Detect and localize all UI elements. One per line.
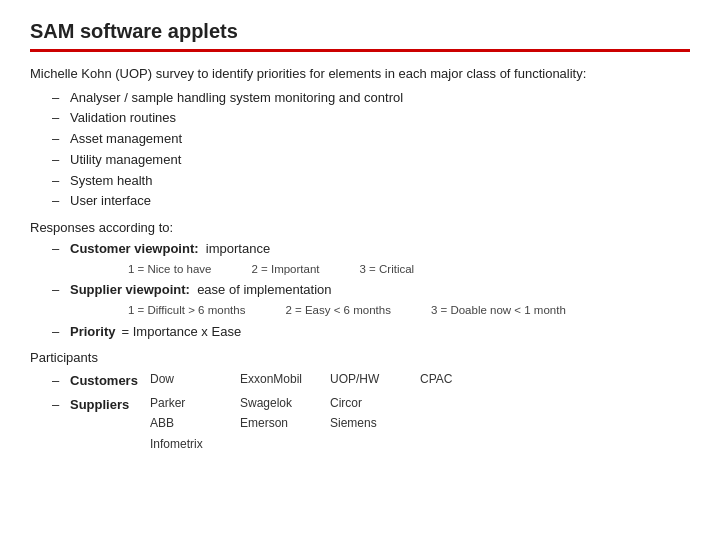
customer-col-2: UOP/HW <box>330 369 410 389</box>
supplier-col-2: Circor Siemens <box>330 393 410 454</box>
scale-item: 2 = Easy < 6 months <box>285 301 390 319</box>
responses-label: Responses according to: <box>30 220 690 235</box>
list-item: Asset management <box>70 129 690 150</box>
scale-item: 1 = Difficult > 6 months <box>128 301 245 319</box>
bullet-list: Analyser / sample handling system monito… <box>30 88 690 213</box>
scale-item: 3 = Doable now < 1 month <box>431 301 566 319</box>
intro-text: Michelle Kohn (UOP) survey to identify p… <box>30 64 690 84</box>
supplier-names: Parker ABB Infometrix Swagelok Emerson C… <box>150 393 420 454</box>
participant-customers: Customers Dow ExxonMobil UOP/HW CPAC <box>70 369 690 392</box>
response-item-supplier: Supplier viewpoint: ease of implementati… <box>70 280 690 319</box>
participants-section: Participants Customers Dow ExxonMobil UO… <box>30 350 690 454</box>
customer-scale-row: 1 = Nice to have 2 = Important 3 = Criti… <box>70 260 690 278</box>
scale-item: 3 = Critical <box>360 260 415 278</box>
participant-suppliers: Suppliers Parker ABB Infometrix Swagelok… <box>70 393 690 454</box>
list-item: User interface <box>70 191 690 212</box>
scale-item: 2 = Important <box>251 260 319 278</box>
customer-col-3: CPAC <box>420 369 500 389</box>
accent-line <box>30 49 690 52</box>
customer-col-1: ExxonMobil <box>240 369 320 389</box>
response-item-priority: Priority = Importance x Ease <box>70 322 690 343</box>
list-item: System health <box>70 171 690 192</box>
page-title: SAM software applets <box>30 20 690 43</box>
list-item: Utility management <box>70 150 690 171</box>
supplier-col-1: Swagelok Emerson <box>240 393 320 454</box>
response-item-customer: Customer viewpoint: importance 1 = Nice … <box>70 239 690 278</box>
responses-section: Responses according to: Customer viewpoi… <box>30 220 690 342</box>
scale-item: 1 = Nice to have <box>128 260 211 278</box>
participants-label: Participants <box>30 350 690 365</box>
supplier-scale-row: 1 = Difficult > 6 months 2 = Easy < 6 mo… <box>70 301 690 319</box>
response-supplier-label: Supplier viewpoint: ease of implementati… <box>70 280 332 301</box>
customer-col-0: Dow <box>150 369 230 389</box>
participants-list: Customers Dow ExxonMobil UOP/HW CPAC <box>30 369 690 454</box>
list-item: Analyser / sample handling system monito… <box>70 88 690 109</box>
customer-names: Dow ExxonMobil UOP/HW CPAC <box>150 369 510 389</box>
response-customer-label: Customer viewpoint: importance <box>70 239 270 260</box>
page-container: SAM software applets Michelle Kohn (UOP)… <box>0 0 720 540</box>
responses-list: Customer viewpoint: importance 1 = Nice … <box>30 239 690 342</box>
list-item: Validation routines <box>70 108 690 129</box>
supplier-col-0: Parker ABB Infometrix <box>150 393 230 454</box>
